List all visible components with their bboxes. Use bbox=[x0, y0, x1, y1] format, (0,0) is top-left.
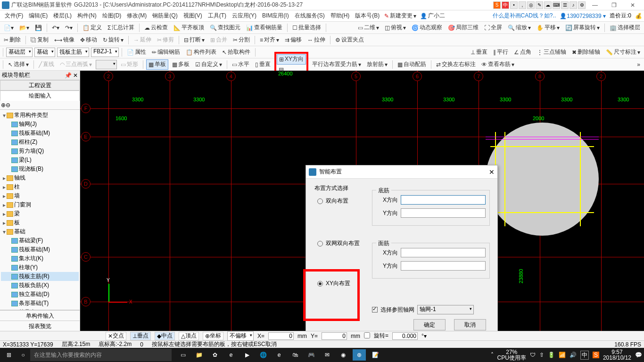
menu-rebar[interactable]: 钢筋量(Q) bbox=[149, 12, 180, 20]
viewlayout-button[interactable]: 👁查看布筋▾ bbox=[479, 59, 516, 70]
tree-beam[interactable]: 梁(L) bbox=[19, 156, 32, 164]
auto-rebar-button[interactable]: ▦自动配筋 bbox=[396, 59, 428, 70]
xy-direction-button[interactable]: ⊞XY方向 bbox=[277, 54, 306, 65]
move-button[interactable]: ✥移动 bbox=[78, 35, 99, 45]
ime-gear-icon[interactable]: ⚙ bbox=[578, 1, 586, 9]
ime-comma-icon[interactable]: , bbox=[519, 1, 526, 9]
menu-modify[interactable]: 修改(M) bbox=[124, 12, 149, 20]
menu-version[interactable]: 版本号(B) bbox=[352, 12, 382, 20]
ime-kb-icon[interactable]: ⌨ bbox=[553, 1, 560, 9]
tree-found-5[interactable]: 筏板负筋(X) bbox=[19, 281, 49, 289]
pointangle-button[interactable]: ∠点角 bbox=[512, 47, 533, 58]
offset-combo[interactable]: 不偏移 bbox=[227, 331, 254, 341]
tree-axis[interactable]: 轴网(J) bbox=[19, 120, 37, 128]
edgeforce-button[interactable]: 平行边布置受力筋▾ bbox=[310, 59, 363, 70]
tab-project-settings[interactable]: 工程设置 bbox=[0, 80, 80, 90]
tab-draw-input[interactable]: 绘图输入 bbox=[0, 90, 80, 101]
menu-file[interactable]: 文件(F) bbox=[2, 12, 26, 20]
style-combo[interactable] bbox=[96, 60, 117, 69]
single-slab-button[interactable]: ▦单板 bbox=[146, 59, 168, 70]
ime-mic-icon[interactable]: ◎ bbox=[527, 1, 535, 9]
menu-online[interactable]: 在线服务(S) bbox=[292, 12, 328, 20]
battery-icon[interactable]: 🔋 bbox=[548, 352, 555, 358]
bottom-y-input[interactable] bbox=[401, 208, 486, 218]
close-button[interactable]: ✕ bbox=[623, 0, 642, 10]
help-tip-link[interactable]: 什么是补画CAD线？如?.. bbox=[493, 12, 556, 20]
snap-cross[interactable]: ✕ 交点 bbox=[106, 332, 126, 340]
custom-button[interactable]: ☑自定义▾ bbox=[193, 59, 224, 70]
pick-button[interactable]: ↖拾取构件 bbox=[220, 47, 252, 58]
batchsel-button[interactable]: ☐批量选择 bbox=[290, 23, 323, 33]
threepoint-button[interactable]: ⋮三点辅轴 bbox=[535, 47, 568, 58]
maximize-button[interactable]: ❐ bbox=[604, 0, 623, 10]
menu-draw[interactable]: 绘图(D) bbox=[99, 12, 124, 20]
tree-slab[interactable]: 现浇板(B) bbox=[19, 165, 43, 173]
swap-button[interactable]: ⇄交换左右标注 bbox=[434, 59, 478, 70]
toolbar-overflow-icon[interactable]: » bbox=[635, 59, 642, 70]
select-button[interactable]: ↖选择▾ bbox=[6, 59, 31, 70]
dynview-button[interactable]: 🌀动态观察 bbox=[410, 23, 444, 33]
list-button[interactable]: 📋构件列表 bbox=[184, 47, 218, 58]
axis-select[interactable]: 轴网-1 bbox=[417, 305, 474, 314]
tree-raft[interactable]: 筏板基础(M) bbox=[19, 129, 50, 137]
cancel-button[interactable]: 取消 bbox=[454, 319, 486, 330]
cortana-icon[interactable]: ○ bbox=[16, 348, 30, 362]
property-button[interactable]: 📄属性 bbox=[125, 47, 148, 58]
perp-axis-button[interactable]: ⊥垂直 bbox=[469, 47, 489, 58]
ime-pen-icon[interactable]: ✎ bbox=[536, 1, 543, 9]
taskview-icon[interactable]: ▭ bbox=[176, 349, 190, 361]
tree-found-6[interactable]: 独立基础(D) bbox=[19, 290, 50, 298]
snap-mid[interactable]: ◆ 中点 bbox=[155, 332, 175, 340]
ok-button[interactable]: 确定 bbox=[413, 319, 446, 330]
stretch-button[interactable]: ↔拉伸 bbox=[305, 35, 327, 45]
bottom-x-input[interactable] bbox=[401, 195, 486, 205]
tree-cat-slab[interactable]: 板 bbox=[14, 219, 20, 227]
notification-icon[interactable]: 💬 bbox=[635, 352, 642, 358]
ime-list-icon[interactable]: ☰ bbox=[561, 1, 569, 9]
tree-cat-wall[interactable]: 墙 bbox=[14, 192, 20, 200]
game-icon[interactable]: 🎮 bbox=[305, 349, 318, 361]
tree-found-main-rebar[interactable]: 筏板主筋(R) bbox=[19, 272, 50, 280]
rotate-screen-button[interactable]: 🔄屏幕旋转▾ bbox=[563, 23, 602, 33]
dialog-close-button[interactable]: ✕ bbox=[489, 168, 495, 176]
minimize-button[interactable]: — bbox=[586, 0, 604, 10]
usb-icon[interactable]: ⇧ bbox=[539, 352, 544, 358]
store-icon[interactable]: 🛍 bbox=[289, 349, 302, 361]
ime-zh-icon[interactable]: 中 bbox=[502, 1, 509, 9]
panel-close-icon[interactable]: ✕ bbox=[73, 72, 78, 79]
new-icon[interactable]: 📄▾ bbox=[2, 23, 16, 33]
tree-found-3[interactable]: 柱墩(Y) bbox=[19, 263, 38, 272]
edge-icon[interactable]: e bbox=[224, 349, 238, 361]
split-button[interactable]: ✂分割 bbox=[231, 35, 252, 45]
radiate-button[interactable]: 放射筋▾ bbox=[365, 59, 389, 70]
tray-expand-icon[interactable]: ˄ bbox=[491, 352, 494, 358]
align-button[interactable]: ≡对齐▾ bbox=[258, 35, 281, 45]
rot-input[interactable] bbox=[392, 332, 418, 340]
viewrebar-button[interactable]: 📊查看钢筋量 bbox=[244, 23, 284, 33]
menu-edit[interactable]: 编辑(E) bbox=[26, 12, 50, 20]
view2d-button[interactable]: ▭二维▾ bbox=[356, 23, 381, 33]
menu-tools[interactable]: 工具(T) bbox=[205, 12, 229, 20]
multi-slab-button[interactable]: ▦多板 bbox=[170, 59, 191, 70]
category-combo[interactable]: 基础 bbox=[34, 48, 55, 57]
mail-icon[interactable]: ✉ bbox=[321, 349, 334, 361]
snap-perp[interactable]: ⊥ 垂点 bbox=[130, 332, 151, 340]
delete-button[interactable]: ✂删除 bbox=[2, 35, 23, 45]
iso-button[interactable]: ◫俯视▾ bbox=[383, 23, 408, 33]
menu-bim[interactable]: BIM应用(I) bbox=[259, 12, 292, 20]
start-button[interactable]: ⊞ bbox=[2, 348, 16, 362]
delaxis-button[interactable]: ✖删除辅轴 bbox=[570, 47, 602, 58]
explorer-icon[interactable]: 📁 bbox=[192, 349, 206, 361]
define-button[interactable]: 📋定义 bbox=[81, 23, 104, 33]
search-input[interactable]: 在这里输入你要搜索的内容 bbox=[30, 349, 172, 361]
rotate-checkbox[interactable] bbox=[364, 332, 370, 338]
gxe-button[interactable]: 👤广小二 bbox=[418, 11, 447, 21]
para-axis-button[interactable]: ∥平行 bbox=[491, 47, 510, 58]
y-input[interactable] bbox=[322, 332, 347, 340]
menu-component[interactable]: 构件(N) bbox=[74, 12, 99, 20]
cloudcheck-button[interactable]: ☁云检查 bbox=[142, 23, 170, 33]
tree-found-1[interactable]: 筏板基础(M) bbox=[19, 246, 50, 254]
pan-button[interactable]: ✋平移▾ bbox=[535, 23, 561, 33]
vert-button[interactable]: ▯垂直 bbox=[253, 59, 272, 70]
top-x-input[interactable] bbox=[401, 248, 486, 257]
